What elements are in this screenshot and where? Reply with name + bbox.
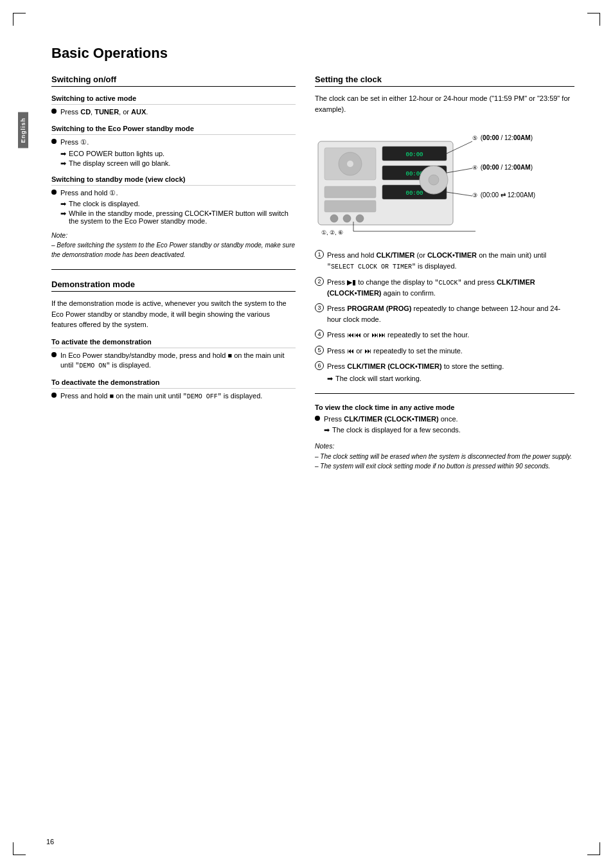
step-num-3: 3 (315, 303, 324, 312)
sub-active-mode: Switching to active mode (51, 94, 296, 105)
device-illustration: 00:00 00:00 00:00 (315, 122, 553, 241)
step-2: 2 Press ▶▮ to change the display to "CLO… (315, 277, 574, 299)
section-clock-heading: Setting the clock (315, 75, 574, 87)
bullet-dot-2 (51, 139, 57, 144)
callout-4: ④ (00:00 / 12:00AM) (472, 163, 533, 172)
step-5-text: Press ⏮ or ⏭ repeatedly to set the minut… (327, 346, 574, 357)
view-clock-arrow: The clock is displayed for a few seconds… (332, 425, 461, 435)
bullet-dot-4 (51, 352, 57, 357)
sub-activate-demo: To activate the demonstration (51, 338, 296, 348)
divider-2 (315, 393, 574, 394)
notes-section: Notes: – The clock setting will be erase… (315, 442, 574, 471)
note-section-1: Note: – Before switching the system to t… (51, 231, 296, 260)
sub-deactivate-demo: To deactivate the demonstration (51, 378, 296, 389)
arrow-sym-3: ➡ (60, 200, 66, 208)
left-column: Switching on/off Switching to active mod… (51, 75, 296, 471)
sub-standby-clock: Switching to standby mode (view clock) (51, 175, 296, 186)
step-2-text: Press ▶▮ to change the display to "CLOCK… (327, 277, 574, 299)
bullet-deactivate-demo: Press and hold ■ on the main unit until … (51, 391, 296, 402)
bullet-dot-5 (51, 393, 57, 398)
notes-title: Notes: (315, 442, 574, 450)
note-text-1: – Before switching the system to the Eco… (51, 240, 296, 260)
arrow-sym-view: ➡ (324, 425, 330, 435)
bullet-view-clock: Press CLK/TIMER (CLOCK•TIMER) once. ➡ Th… (315, 414, 574, 436)
step-1: 1 Press and hold CLK/TIMER (or CLOCK•TIM… (315, 250, 574, 272)
step-5: 5 Press ⏮ or ⏭ repeatedly to set the min… (315, 346, 574, 357)
callout-126: ①, ②, ⑥ (321, 228, 343, 237)
standby-text: Press and hold ①. (60, 188, 296, 198)
active-mode-text: Press CD, TUNER, or AUX. (60, 107, 296, 117)
svg-point-14 (356, 215, 364, 222)
numbered-steps: 1 Press and hold CLK/TIMER (or CLOCK•TIM… (315, 250, 574, 384)
step-6-text: Press CLK/TIMER (CLOCK•TIMER) to store t… (327, 361, 574, 384)
callout-3: ③ (00:00 ⇄ 12:00AM) (472, 191, 535, 200)
step-4-text: Press ⏮⏮ or ⏭⏭ repeatedly to set the hou… (327, 330, 574, 341)
clock-intro: The clock can be set in either 12-hour o… (315, 93, 574, 114)
arrow-sym-2: ➡ (60, 159, 66, 168)
svg-rect-11 (324, 200, 376, 212)
eco-arrow-text-2: The display screen will go blank. (69, 159, 170, 167)
arrow-sym-4: ➡ (60, 209, 66, 218)
note-item-2: – The system will exit clock setting mod… (315, 461, 574, 471)
bullet-dot-1 (51, 109, 57, 114)
arrow-sym-1: ➡ (60, 150, 66, 158)
step-num-6: 6 (315, 361, 324, 370)
svg-text:00:00: 00:00 (405, 152, 423, 158)
sub-view-clock: To view the clock time in any active mod… (315, 403, 574, 411)
demo-intro: If the demonstration mode is active, whe… (51, 298, 296, 330)
step-num-1: 1 (315, 250, 324, 259)
divider-1 (51, 269, 296, 270)
svg-point-12 (330, 215, 338, 222)
step-6: 6 Press CLK/TIMER (CLOCK•TIMER) to store… (315, 361, 574, 384)
arrow-eco-2: ➡ The display screen will go blank. (60, 159, 296, 168)
svg-point-13 (343, 215, 351, 222)
note-title-1: Note: (51, 231, 296, 239)
bullet-eco-power: Press ①. (51, 137, 296, 147)
bullet-activate-demo: In Eco Power standby/standby mode, press… (51, 351, 296, 371)
sub-eco-power: Switching to the Eco Power standby mode (51, 125, 296, 135)
deactivate-demo-text: Press and hold ■ on the main unit until … (60, 391, 296, 402)
standby-arrow-2: While in the standby mode, pressing CLOC… (69, 209, 296, 225)
bullet-active-mode: Press CD, TUNER, or AUX. (51, 107, 296, 117)
section-switching-heading: Switching on/off (51, 75, 296, 87)
activate-demo-text: In Eco Power standby/standby mode, press… (60, 351, 296, 371)
svg-rect-10 (324, 186, 376, 198)
step-num-5: 5 (315, 346, 324, 355)
step-3: 3 Press PROGRAM (PROG) repeatedly to cha… (315, 303, 574, 324)
note-item-1: – The clock setting will be erased when … (315, 452, 574, 461)
section-demo-heading: Demonstration mode (51, 279, 296, 292)
eco-arrow-text-1: ECO POWER button lights up. (69, 150, 164, 157)
arrow-standby-1: ➡ The clock is displayed. (60, 200, 296, 208)
view-clock-text: Press CLK/TIMER (CLOCK•TIMER) once. ➡ Th… (324, 414, 574, 436)
step-6-arrow: The clock will start working. (335, 373, 422, 384)
arrow-eco-1: ➡ ECO POWER button lights up. (60, 150, 296, 158)
svg-point-16 (429, 175, 439, 185)
page-number: 16 (46, 838, 54, 846)
page-title: Basic Operations (51, 45, 574, 62)
eco-power-text: Press ①. (60, 137, 296, 147)
step-3-text: Press PROGRAM (PROG) repeatedly to chang… (327, 303, 574, 324)
bullet-dot-6 (315, 416, 320, 421)
standby-arrow-1: The clock is displayed. (69, 200, 140, 208)
svg-point-3 (347, 161, 353, 167)
step-num-4: 4 (315, 330, 324, 339)
svg-text:00:00: 00:00 (405, 190, 423, 197)
step-num-2: 2 (315, 277, 324, 286)
bullet-dot-3 (51, 190, 57, 195)
bullet-standby: Press and hold ①. (51, 188, 296, 198)
arrow-standby-2: ➡ While in the standby mode, pressing CL… (60, 209, 296, 225)
arrow-sym-step6: ➡ (327, 373, 333, 384)
step-1-text: Press and hold CLK/TIMER (or CLOCK•TIMER… (327, 250, 574, 272)
step-4: 4 Press ⏮⏮ or ⏭⏭ repeatedly to set the h… (315, 330, 574, 341)
right-column: Setting the clock The clock can be set i… (315, 75, 574, 471)
callout-5: ⑤ (00:00 / 12:00AM) (472, 134, 533, 143)
